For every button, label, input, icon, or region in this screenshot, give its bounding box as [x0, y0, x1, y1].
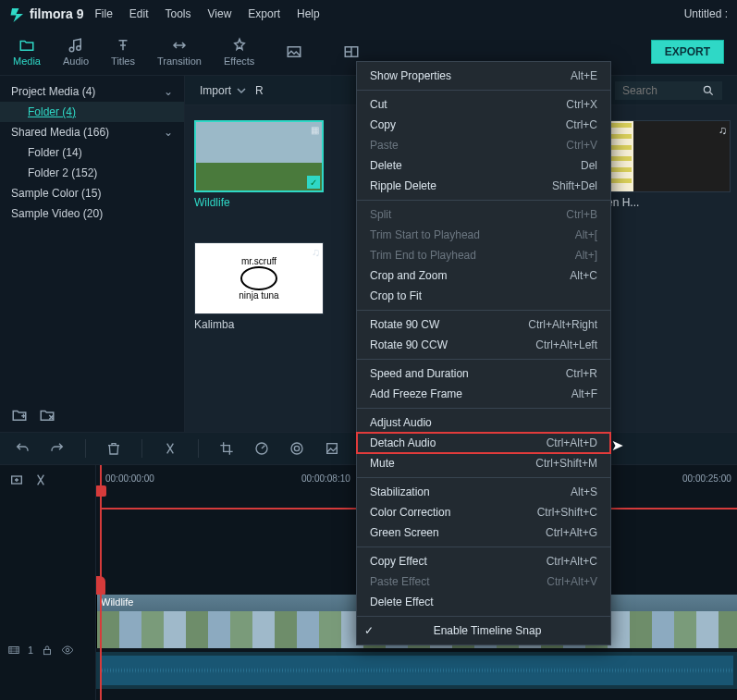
record-dropdown[interactable]: R: [255, 84, 264, 97]
tree-project-media[interactable]: Project Media (4)⌄: [0, 81, 184, 102]
speed-icon[interactable]: [254, 441, 269, 456]
menu-tools[interactable]: Tools: [166, 7, 191, 20]
ctx-green-screen[interactable]: Green ScreenCtrl+Alt+G: [357, 522, 610, 543]
clip-label: Kalimba: [194, 318, 324, 331]
ctx-speed-and-duration[interactable]: Speed and DurationCtrl+R: [357, 363, 610, 384]
ctx-label: Enable Timeline Snap: [434, 624, 542, 637]
clip-thumbnail[interactable]: mr.scruffninja tuna ♫: [194, 242, 324, 314]
music-note-icon: ♫: [312, 246, 320, 259]
track-controls: 1: [7, 644, 74, 657]
ctx-label: Rotate 90 CW: [370, 318, 439, 331]
ctx-delete[interactable]: DeleteDel: [357, 155, 610, 176]
ctx-copy-effect[interactable]: Copy EffectCtrl+Alt+C: [357, 551, 610, 571]
tab-audio[interactable]: Audio: [63, 37, 89, 67]
clip-thumbnail[interactable]: ▦ ✓: [194, 120, 324, 192]
remove-folder-icon[interactable]: [39, 407, 55, 424]
clip-label: Wildlife: [101, 596, 133, 608]
ctx-label: Green Screen: [370, 526, 439, 539]
tree-sample-color[interactable]: Sample Color (15): [0, 183, 184, 203]
ctx-copy[interactable]: CopyCtrl+C: [357, 115, 610, 135]
svg-rect-9: [44, 649, 51, 654]
add-marker-icon[interactable]: [9, 473, 24, 487]
ctx-label: Delete: [370, 159, 402, 172]
split-icon[interactable]: [163, 441, 178, 456]
audio-waveform: [100, 656, 733, 685]
tab-effects[interactable]: Effects: [224, 37, 254, 67]
track-number: 1: [28, 645, 33, 656]
ctx-enable-timeline-snap[interactable]: Enable Timeline Snap: [357, 620, 610, 641]
ctx-cut[interactable]: CutCtrl+X: [357, 94, 610, 115]
ctx-color-correction[interactable]: Color CorrectionCtrl+Shift+C: [357, 502, 610, 522]
tab-titles[interactable]: Titles: [111, 37, 135, 67]
ctx-paste: PasteCtrl+V: [357, 135, 610, 155]
ctx-delete-effect[interactable]: Delete Effect: [357, 592, 610, 612]
eye-icon[interactable]: [61, 644, 74, 657]
ctx-label: Split: [370, 208, 391, 221]
ctx-label: Copy: [370, 118, 396, 131]
menu-file[interactable]: File: [94, 7, 112, 20]
search-input[interactable]: [622, 84, 696, 97]
menu-help[interactable]: Help: [297, 7, 320, 20]
menu-export[interactable]: Export: [248, 7, 280, 20]
tree-folder-2-152[interactable]: Folder 2 (152): [0, 163, 184, 183]
menu-view[interactable]: View: [208, 7, 232, 20]
delete-icon[interactable]: [106, 441, 121, 456]
ctx-label: Color Correction: [370, 506, 450, 519]
media-sidebar: Project Media (4)⌄ Folder (4) Shared Med…: [0, 76, 185, 432]
unlink-icon[interactable]: [33, 473, 48, 487]
playhead[interactable]: [100, 465, 102, 700]
app-logo: filmora9: [9, 6, 83, 22]
ctx-label: Copy Effect: [370, 555, 427, 568]
tree-folder-4[interactable]: Folder (4): [0, 102, 184, 122]
text-icon: [115, 37, 131, 54]
clip-wildlife[interactable]: ▦ ✓ Wildlife: [194, 120, 324, 209]
search-box[interactable]: [615, 81, 722, 100]
ctx-rotate-90-ccw[interactable]: Rotate 90 CCWCtrl+Alt+Left: [357, 335, 610, 355]
ctx-show-properties[interactable]: Show PropertiesAlt+E: [357, 66, 610, 86]
ruler-tick: 00:00:00:00: [105, 473, 154, 484]
ctx-rotate-90-cw[interactable]: Rotate 90 CWCtrl+Alt+Right: [357, 314, 610, 335]
redo-icon[interactable]: [50, 441, 65, 456]
ctx-add-freeze-frame[interactable]: Add Freeze FrameAlt+F: [357, 384, 610, 404]
ctx-label: Show Properties: [370, 69, 451, 82]
separator: [141, 439, 142, 458]
ctx-crop-to-fit[interactable]: Crop to Fit: [357, 286, 610, 306]
tab-image[interactable]: [276, 43, 312, 60]
ctx-mute[interactable]: MuteCtrl+Shift+M: [357, 453, 610, 473]
tab-transition[interactable]: Transition: [157, 37, 202, 67]
ctx-detach-audio[interactable]: Detach AudioCtrl+Alt+D: [357, 433, 610, 453]
ctx-shortcut: Del: [581, 159, 597, 172]
audio-track[interactable]: [96, 652, 737, 689]
ctx-shortcut: Alt+F: [571, 387, 597, 400]
grid-icon: ▦: [311, 125, 319, 135]
svg-rect-8: [9, 647, 19, 654]
new-folder-icon[interactable]: [11, 407, 28, 424]
undo-icon[interactable]: [15, 441, 30, 456]
ctx-crop-and-zoom[interactable]: Crop and ZoomAlt+C: [357, 265, 610, 286]
separator: [357, 90, 610, 91]
tab-media[interactable]: Media: [13, 37, 41, 67]
ctx-ripple-delete[interactable]: Ripple DeleteShift+Del: [357, 176, 610, 196]
clip-xen[interactable]: ♫ xen H...: [601, 120, 731, 209]
tree-shared-media[interactable]: Shared Media (166)⌄: [0, 122, 184, 142]
tab-split-screen[interactable]: [334, 43, 369, 60]
menu-edit[interactable]: Edit: [129, 7, 149, 20]
ruler-tick: 00:00:08:10: [301, 473, 350, 484]
ctx-adjust-audio[interactable]: Adjust Audio: [357, 412, 610, 433]
color-icon[interactable]: [289, 441, 304, 456]
svg-point-2: [704, 86, 710, 92]
green-screen-icon[interactable]: [325, 441, 339, 456]
clip-kalimba[interactable]: mr.scruffninja tuna ♫ Kalimba: [194, 242, 324, 331]
tree-sample-video[interactable]: Sample Video (20): [0, 203, 184, 224]
crop-icon[interactable]: [219, 441, 234, 456]
ctx-stabilization[interactable]: StabilizationAlt+S: [357, 482, 610, 502]
ctx-label: Mute: [370, 457, 395, 470]
lock-icon[interactable]: [41, 644, 54, 657]
import-dropdown[interactable]: Import: [200, 84, 246, 97]
ctx-label: Adjust Audio: [370, 416, 432, 429]
tree-folder-14[interactable]: Folder (14): [0, 142, 184, 163]
clip-thumbnail[interactable]: ♫: [601, 120, 731, 192]
export-button[interactable]: EXPORT: [651, 40, 724, 64]
ctx-label: Rotate 90 CCW: [370, 338, 448, 351]
ctx-label: Paste: [370, 139, 399, 152]
